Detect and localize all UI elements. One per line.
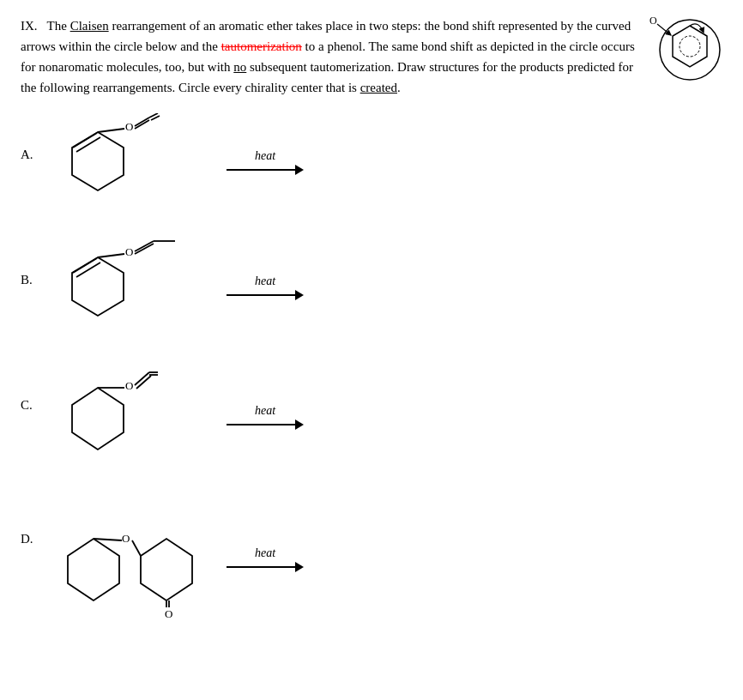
svg-line-13 — [73, 258, 97, 273]
molecule-a: O — [46, 113, 218, 211]
heat-label-a: heat — [255, 149, 275, 163]
tautomerization-text: tautomerization — [221, 39, 302, 53]
svg-line-26 — [94, 539, 122, 540]
header-row: IX. The Claisen rearrangement of an arom… — [21, 15, 722, 98]
svg-marker-27 — [141, 539, 192, 600]
arrow-area-d: heat — [227, 546, 304, 572]
oxygen-label: O — [649, 15, 657, 27]
svg-marker-25 — [68, 539, 119, 600]
svg-marker-12 — [72, 257, 124, 316]
molecule-b: O — [46, 238, 218, 336]
reaction-row-c: C. O heat — [21, 364, 722, 470]
arrow-b — [227, 290, 304, 300]
reaction-row-a: A. O h — [21, 113, 722, 211]
arrow-c — [227, 419, 304, 430]
no-text: no — [233, 60, 246, 74]
arrow-area-a: heat — [227, 149, 304, 175]
svg-point-2 — [680, 36, 700, 57]
carbonyl-d: O — [165, 607, 172, 618]
arrow-area-c: heat — [227, 404, 304, 430]
reaction-row-d: D. O O heat — [21, 498, 722, 621]
claisen-text: Claisen — [70, 19, 109, 33]
label-a: A. — [21, 113, 46, 162]
svg-point-0 — [660, 20, 720, 80]
svg-marker-1 — [673, 26, 707, 67]
svg-marker-19 — [72, 388, 124, 450]
molecule-d: O O — [46, 498, 218, 621]
heat-label-c: heat — [255, 404, 275, 418]
arrow-a — [227, 165, 304, 175]
label-b: B. — [21, 238, 46, 287]
label-d: D. — [21, 498, 46, 546]
svg-line-7 — [98, 129, 124, 132]
svg-line-16 — [135, 241, 154, 251]
reaction-row-b: B. O heat — [21, 238, 722, 336]
molecule-c: O — [46, 364, 218, 470]
svg-line-28 — [132, 540, 141, 556]
svg-line-5 — [73, 133, 97, 148]
label-c: C. — [21, 364, 46, 413]
intro-text: IX. The Claisen rearrangement of an arom… — [21, 15, 638, 98]
reactions-area: A. O h — [21, 113, 722, 621]
arrow-d — [227, 562, 304, 572]
arrow-area-b: heat — [227, 275, 304, 300]
svg-line-17 — [135, 244, 154, 254]
question-number: IX. — [21, 19, 38, 33]
heat-label-b: heat — [255, 275, 275, 288]
heat-label-d: heat — [255, 546, 275, 560]
svg-line-6 — [76, 137, 100, 152]
svg-line-14 — [76, 262, 100, 277]
oxygen-c: O — [125, 379, 133, 392]
oxygen-d: O — [122, 532, 130, 545]
oxygen-b: O — [125, 245, 133, 258]
phenol-diagram: O — [645, 7, 722, 84]
svg-line-15 — [98, 254, 124, 257]
svg-marker-4 — [72, 132, 124, 190]
oxygen-a: O — [125, 120, 133, 133]
created-text: created — [360, 81, 397, 94]
